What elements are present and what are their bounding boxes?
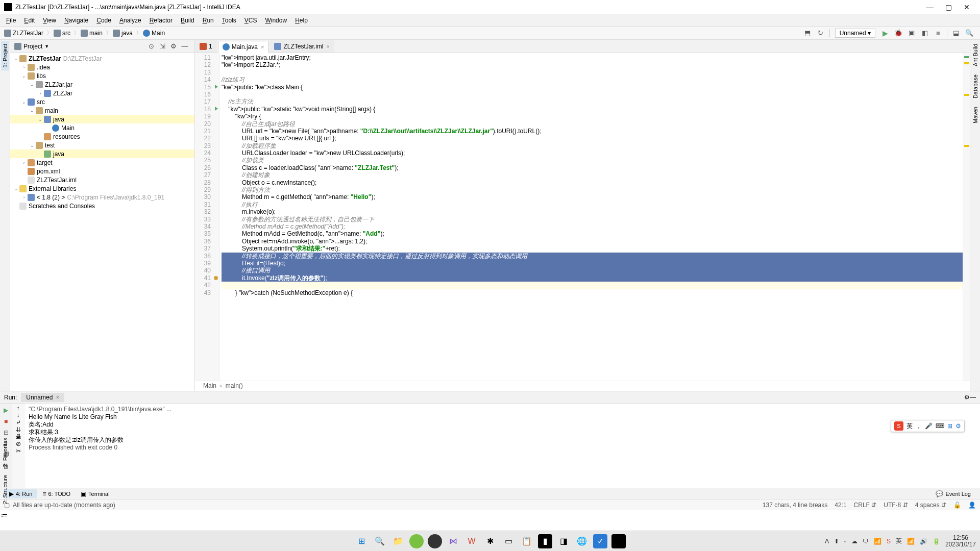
tree-node[interactable]: ⌄src bbox=[10, 97, 194, 106]
encoding[interactable]: UTF-8 ⇵ bbox=[884, 502, 908, 509]
app-icon-7[interactable]: ✓ bbox=[593, 534, 607, 548]
breadcrumb-main[interactable]: Main bbox=[143, 30, 165, 37]
tree-node[interactable]: ›< 1.8 (2) >C:\Program Files\Java\jdk1.8… bbox=[10, 193, 194, 202]
tree-node[interactable]: ›target bbox=[10, 158, 194, 167]
sync-button[interactable]: ↻ bbox=[815, 28, 826, 39]
database-tool-tab[interactable]: Database bbox=[971, 71, 979, 102]
scroll-button[interactable]: ⇊ bbox=[16, 426, 21, 433]
ime-lang[interactable]: 英 bbox=[906, 422, 913, 431]
app-icon-5[interactable]: 📋 bbox=[520, 534, 534, 548]
tree-node[interactable]: Main bbox=[10, 123, 194, 132]
project-tool-tab[interactable]: 1: Project bbox=[1, 41, 9, 70]
project-tree[interactable]: ⌄ZLZTestJarD:\ZLZTestJar›.idea⌄libs⌄ZLZJ… bbox=[10, 53, 194, 391]
terminal-icon[interactable]: ▮ bbox=[538, 534, 552, 548]
tree-node[interactable]: ⌄libs bbox=[10, 71, 194, 80]
error-stripe[interactable] bbox=[963, 53, 970, 381]
close-icon[interactable]: × bbox=[56, 394, 59, 401]
coverage-button[interactable]: ▣ bbox=[906, 28, 917, 39]
run-config-selector[interactable]: Unnamed ▾ bbox=[835, 29, 875, 38]
tree-node[interactable]: ⌄ZLZTestJarD:\ZLZTestJar bbox=[10, 54, 194, 63]
tree-node[interactable]: ⌄ZLZJar.jar bbox=[10, 80, 194, 89]
tree-node[interactable]: ⌄test bbox=[10, 141, 194, 149]
intellij-icon[interactable]: ◆ bbox=[611, 534, 626, 548]
taskbar[interactable]: ⊞ 🔍 📁 ⋈ W ✱ ▭ 📋 ▮ ◨ 🌐 ✓ ◆ ᐱ ⬆ ▫ ☁ 🗨 📶 S … bbox=[0, 531, 980, 551]
run-button[interactable]: ▶ bbox=[879, 28, 891, 39]
collapse-button[interactable]: ⇲ bbox=[158, 42, 167, 50]
tray-wifi-icon[interactable]: 📶 bbox=[907, 538, 915, 545]
up-button[interactable]: ↑ bbox=[17, 405, 20, 412]
search-icon[interactable]: 🔍 bbox=[373, 534, 387, 548]
ime-skin-icon[interactable]: ⊞ bbox=[947, 422, 952, 430]
down-button[interactable]: ↓ bbox=[17, 412, 20, 419]
tray-volume-icon[interactable]: 🔊 bbox=[920, 538, 927, 545]
vcs-button[interactable]: ⬓ bbox=[950, 28, 962, 39]
tray-icon-2[interactable]: ▫ bbox=[844, 538, 846, 545]
line-ending[interactable]: CRLF ⇵ bbox=[854, 502, 877, 509]
tree-node[interactable]: ⌄java bbox=[10, 115, 194, 123]
editor-tab[interactable]: Main.java× bbox=[218, 41, 269, 53]
menu-build[interactable]: Build bbox=[177, 16, 199, 25]
ime-keyboard-icon[interactable]: ⌨ bbox=[936, 422, 944, 430]
wps-icon[interactable]: W bbox=[464, 534, 479, 548]
sogou-icon[interactable]: S bbox=[894, 421, 903, 431]
chrome-icon[interactable]: 🌐 bbox=[575, 534, 589, 548]
tree-node[interactable]: ›ZLZJar bbox=[10, 89, 194, 97]
line-gutter[interactable]: 1112131415161718192021222324252627282930… bbox=[195, 53, 219, 381]
cursor-position[interactable]: 42:1 bbox=[835, 502, 846, 509]
editor-tab[interactable]: ZLZTestJar.iml× bbox=[270, 40, 334, 53]
project-title[interactable]: Project bbox=[23, 43, 42, 50]
clock[interactable]: 12:562023/10/17 bbox=[945, 535, 976, 548]
menu-code[interactable]: Code bbox=[92, 16, 115, 25]
app-icon-3[interactable]: ✱ bbox=[483, 534, 497, 548]
tree-node[interactable]: ZLZTestJar.iml bbox=[10, 176, 194, 184]
structure-tool-tab[interactable]: 2: Structure bbox=[1, 472, 9, 507]
explorer-icon[interactable]: 📁 bbox=[391, 534, 405, 548]
rerun-button[interactable]: ▶ bbox=[2, 406, 11, 415]
tray-battery-icon[interactable]: 🔋 bbox=[933, 538, 940, 545]
menu-edit[interactable]: Edit bbox=[20, 16, 39, 25]
settings-button[interactable]: ⚙ bbox=[169, 42, 178, 50]
code-area[interactable]: "kw">import java.util.jar.JarEntry;"kw">… bbox=[219, 53, 963, 381]
tree-node[interactable]: pom.xml bbox=[10, 167, 194, 176]
ime-mic-icon[interactable]: 🎤 bbox=[925, 422, 933, 430]
wrap-button[interactable]: ⤶ bbox=[16, 419, 21, 426]
compile-button[interactable]: ⬒ bbox=[802, 28, 813, 39]
menu-tools[interactable]: Tools bbox=[218, 16, 240, 25]
indent[interactable]: 4 spaces ⇵ bbox=[915, 502, 946, 509]
menu-file[interactable]: File bbox=[2, 16, 20, 25]
menu-window[interactable]: Window bbox=[261, 16, 291, 25]
ime-toolbar[interactable]: S 英 ， 🎤 ⌨ ⊞ ⚙ bbox=[891, 420, 965, 432]
tray-icon-1[interactable]: ⬆ bbox=[834, 538, 839, 545]
app-icon-2[interactable] bbox=[428, 534, 442, 548]
app-icon-1[interactable] bbox=[409, 534, 424, 548]
start-button[interactable]: ⊞ bbox=[354, 534, 369, 548]
breadcrumb-src[interactable]: src bbox=[54, 30, 70, 37]
console-output[interactable]: "C:\Program Files\Java\jdk1.8.0_191\bin\… bbox=[24, 404, 980, 488]
tree-node[interactable]: ›.idea bbox=[10, 63, 194, 71]
code-editor[interactable]: 1112131415161718192021222324252627282930… bbox=[195, 53, 970, 381]
readonly-icon[interactable]: 🔓 bbox=[953, 502, 961, 509]
clear-button[interactable]: ⊘ bbox=[16, 440, 21, 447]
locate-button[interactable]: ⊙ bbox=[146, 42, 156, 50]
tray-chevron-icon[interactable]: ᐱ bbox=[825, 538, 829, 545]
editor-tab[interactable]: 1 bbox=[195, 40, 217, 53]
close-icon[interactable]: × bbox=[327, 43, 330, 49]
chevron-down-icon[interactable]: ▼ bbox=[44, 44, 49, 49]
tree-node[interactable]: ⌄External Libraries bbox=[10, 184, 194, 193]
debug-button[interactable]: 🐞 bbox=[893, 28, 904, 39]
maven-tool-tab[interactable]: Maven bbox=[971, 104, 979, 127]
breadcrumb-zlztestjar[interactable]: ZLZTestJar bbox=[4, 30, 43, 37]
tool-icon[interactable]: ≔ bbox=[1, 511, 9, 519]
tray-ime[interactable]: 英 bbox=[896, 537, 902, 545]
menu-help[interactable]: Help bbox=[291, 16, 312, 25]
stop-run-button[interactable]: ■ bbox=[2, 417, 11, 426]
hide-button[interactable]: — bbox=[180, 42, 189, 50]
bottom-tab-terminal[interactable]: ▣Terminal bbox=[76, 489, 115, 498]
tree-node[interactable]: ⌄main bbox=[10, 106, 194, 115]
menu-refactor[interactable]: Refactor bbox=[145, 16, 177, 25]
filter-button[interactable]: ✂ bbox=[16, 447, 21, 455]
ime-settings-icon[interactable]: ⚙ bbox=[955, 422, 961, 430]
run-hide-button[interactable]: — bbox=[970, 394, 976, 401]
breadcrumb-main[interactable]: main bbox=[81, 30, 103, 37]
run-tab[interactable]: Unnamed× bbox=[21, 393, 64, 402]
